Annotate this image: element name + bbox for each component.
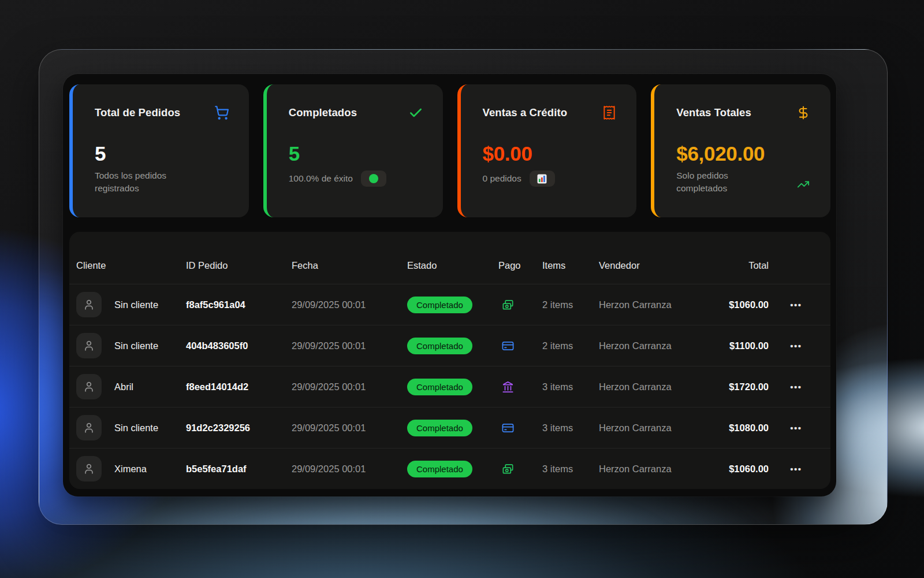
success-dot-badge [361,171,386,187]
card-subtitle: Todos los pedidos registrados [95,169,204,195]
user-icon [83,462,95,475]
order-id: 404b483605f0 [186,340,292,351]
card-title: Total de Pedidos [95,106,180,119]
order-id: f8af5c961a04 [186,299,292,310]
row-menu-button[interactable]: ••• [790,424,802,432]
row-menu-button[interactable]: ••• [790,465,802,473]
row-menu-button[interactable]: ••• [790,301,802,309]
items-count: 3 items [542,423,599,433]
card-value: $6,020.00 [676,142,811,165]
bar-chart-icon [537,174,547,184]
header-total: Total [717,260,769,271]
items-count: 2 items [542,299,599,310]
card-payment-icon [501,421,515,435]
header-items: Items [542,260,599,271]
user-icon [83,421,95,434]
glass-frame: Total de Pedidos 5 Todos los pedidos reg… [39,49,888,525]
vendor-name: Herzon Carranza [599,299,717,310]
table-row[interactable]: Sin clientef8af5c961a0429/09/2025 00:01C… [69,284,830,325]
client-name: Sin cliente [114,340,158,351]
header-vendedor: Vendedor [599,260,717,271]
table-row[interactable]: Ximenab5e5fea71daf29/09/2025 00:01Comple… [69,448,830,489]
status-badge: Completado [407,420,472,436]
receipt-icon [602,105,617,120]
table-row[interactable]: Sin cliente91d2c232925629/09/2025 00:01C… [69,407,830,448]
table-row[interactable]: Sin cliente404b483605f029/09/2025 00:01C… [69,325,830,366]
client-name: Sin cliente [114,299,158,310]
client-name: Ximena [114,464,147,475]
order-total: $1060.00 [717,299,769,310]
card-title: Ventas Totales [676,106,751,119]
cash-payment-icon [501,298,515,312]
order-date: 29/09/2025 00:01 [292,423,407,433]
client-avatar [76,374,102,399]
status-badge: Completado [407,379,472,395]
shopping-cart-icon [214,105,229,120]
vendor-name: Herzon Carranza [599,464,717,475]
user-icon [83,339,95,352]
client-avatar [76,456,102,481]
items-count: 3 items [542,381,599,392]
vendor-name: Herzon Carranza [599,423,717,433]
card-payment-icon [501,339,515,353]
client-avatar [76,333,102,358]
cash-payment-icon [501,462,515,476]
bank-payment-icon [501,380,515,394]
card-value: 5 [289,142,423,165]
order-total: $1080.00 [717,423,769,433]
order-total: $1720.00 [717,381,769,392]
card-title: Completados [289,106,357,119]
card-value: $0.00 [483,142,617,165]
client-avatar [76,292,102,317]
card-subtitle: 0 pedidos [483,173,521,184]
orders-table: Cliente ID Pedido Fecha Estado Pago Item… [69,232,830,489]
table-body: Sin clientef8af5c961a0429/09/2025 00:01C… [69,284,830,489]
header-fecha: Fecha [292,260,407,271]
order-id: 91d2c2329256 [186,423,292,433]
client-name: Abril [114,381,133,392]
client-name: Sin cliente [114,423,158,433]
client-avatar [76,415,102,440]
bar-chart-badge [530,171,555,187]
user-icon [83,298,95,311]
vendor-name: Herzon Carranza [599,340,717,351]
green-dot-icon [369,174,378,183]
stat-card-ventas-credito: Ventas a Crédito $0.00 0 pedidos [457,84,637,217]
header-estado: Estado [407,260,498,271]
check-icon [408,105,423,120]
stat-card-ventas-totales: Ventas Totales $6,020.00 Solo pedidos co… [651,84,830,217]
order-date: 29/09/2025 00:01 [292,464,407,475]
status-badge: Completado [407,338,472,354]
order-id: b5e5fea71daf [186,464,292,475]
header-cliente: Cliente [76,260,186,271]
items-count: 2 items [542,340,599,351]
status-badge: Completado [407,297,472,313]
order-date: 29/09/2025 00:01 [292,340,407,351]
row-menu-button[interactable]: ••• [790,342,802,350]
trending-up-icon [797,178,810,191]
header-id: ID Pedido [186,260,292,271]
card-title: Ventas a Crédito [483,106,568,119]
row-menu-button[interactable]: ••• [790,383,802,391]
dashboard-panel: Total de Pedidos 5 Todos los pedidos reg… [63,74,836,497]
card-subtitle: 100.0% de éxito [289,173,353,184]
card-subtitle: Solo pedidos completados [676,169,757,195]
table-header: Cliente ID Pedido Fecha Estado Pago Item… [69,247,830,284]
order-date: 29/09/2025 00:01 [292,299,407,310]
header-pago: Pago [498,260,542,271]
stat-card-completados: Completados 5 100.0% de éxito [263,84,443,217]
stat-cards-row: Total de Pedidos 5 Todos los pedidos reg… [69,84,830,217]
user-icon [83,380,95,393]
status-badge: Completado [407,461,472,477]
vendor-name: Herzon Carranza [599,381,717,392]
stat-card-total-pedidos: Total de Pedidos 5 Todos los pedidos reg… [69,84,249,217]
items-count: 3 items [542,464,599,475]
order-total: $1100.00 [717,340,769,351]
order-id: f8eed14014d2 [186,381,292,392]
order-date: 29/09/2025 00:01 [292,381,407,392]
order-total: $1060.00 [717,464,769,475]
dollar-icon [796,105,811,120]
card-value: 5 [95,142,229,165]
table-row[interactable]: Abrilf8eed14014d229/09/2025 00:01Complet… [69,366,830,407]
